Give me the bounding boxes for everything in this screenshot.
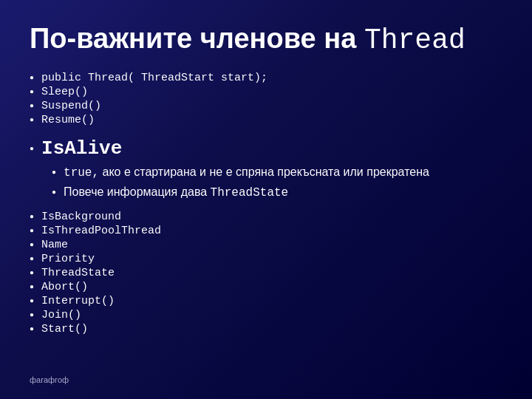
true-mono: true,: [64, 166, 99, 180]
title-suffix: Thread: [364, 24, 466, 56]
list-item: Sleep(): [30, 85, 502, 99]
list-item: Resume(): [30, 113, 502, 127]
list-item: ThreadState: [30, 266, 502, 280]
bottom-bullet-list: IsBackground IsThreadPoolThread Name Pri…: [30, 210, 502, 336]
slide-title: По-важните членове на Thread: [30, 22, 502, 58]
list-item: IsThreadPoolThread: [30, 224, 502, 238]
is-alive-text: IsAlive: [41, 137, 122, 160]
list-item: IsBackground: [30, 210, 502, 224]
is-alive-label: IsAlive: [30, 137, 502, 160]
list-item: Interrupt(): [30, 294, 502, 308]
thread-state-mono: ThreadState: [211, 186, 289, 200]
sub-bullet-list: true, ако е стартирана и не е спряна пре…: [52, 163, 502, 203]
slide-content: public Thread( ThreadStart start); Sleep…: [30, 71, 502, 369]
sub-list-item-2: Повече информация дава ThreadState: [52, 183, 502, 202]
list-item: Join(): [30, 308, 502, 322]
top-bullet-list: public Thread( ThreadStart start); Sleep…: [30, 71, 502, 127]
list-item: Abort(): [30, 280, 502, 294]
list-item: Priority: [30, 252, 502, 266]
list-item: public Thread( ThreadStart start);: [30, 71, 502, 85]
title-prefix: По-важните членове на: [30, 23, 364, 54]
is-alive-section: IsAlive true, ако е стартирана и не е сп…: [30, 137, 502, 203]
footer-text: фагафгоф: [30, 369, 502, 384]
list-item: Suspend(): [30, 99, 502, 113]
slide: По-важните членове на Thread public Thre…: [0, 0, 532, 399]
list-item: Start(): [30, 322, 502, 336]
list-item: Name: [30, 238, 502, 252]
sub-list-item-1: true, ако е стартирана и не е спряна пре…: [52, 163, 502, 183]
